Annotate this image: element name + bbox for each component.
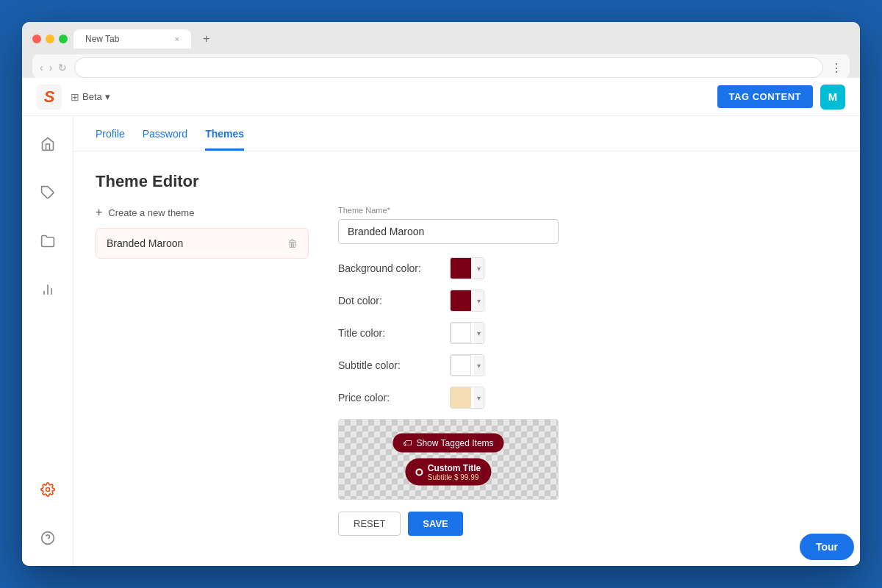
app-logo: S [37, 85, 62, 110]
tab-themes[interactable]: Themes [205, 128, 244, 151]
preview-tagged-label: Show Tagged Items [416, 438, 493, 448]
color-picker-subtitle[interactable]: ▾ [450, 354, 484, 376]
tabs-bar: Profile Password Themes [74, 116, 860, 151]
preview-product-title: Custom Title [428, 463, 481, 473]
action-buttons: RESET SAVE [338, 512, 838, 536]
tour-button[interactable]: Tour [800, 534, 854, 560]
color-row-subtitle: Subtitle color: ▾ [338, 354, 838, 376]
color-swatch-bg [451, 258, 471, 279]
theme-name-label: Theme Name* [338, 206, 838, 215]
color-row-dot: Dot color: ▾ [338, 290, 838, 312]
browser-chrome: New Tab × + ‹ › ↻ ⋮ [22, 22, 860, 78]
color-label-bg: Background color: [338, 262, 441, 274]
sidebar-item-analytics[interactable] [35, 276, 61, 303]
back-icon[interactable]: ‹ [40, 62, 43, 74]
tab-profile[interactable]: Profile [96, 128, 125, 151]
app-header: S ⊞ Beta ▾ TAG CONTENT M [22, 78, 860, 116]
traffic-light-green[interactable] [59, 35, 68, 43]
sidebar-item-folders[interactable] [35, 228, 61, 254]
theme-list-panel: + Create a new theme Branded Maroon 🗑 [96, 206, 309, 536]
address-bar: ‹ › ↻ ⋮ [32, 54, 850, 78]
color-picker-dot[interactable]: ▾ [450, 290, 484, 312]
preview-tagged-btn: 🏷 Show Tagged Items [392, 434, 503, 453]
theme-editor-body: + Create a new theme Branded Maroon 🗑 Th… [96, 206, 838, 536]
plus-icon: + [96, 206, 102, 219]
sidebar-item-tags[interactable] [35, 179, 61, 206]
tab-password[interactable]: Password [143, 128, 187, 151]
browser-menu-icon[interactable]: ⋮ [831, 61, 842, 75]
content-area: Profile Password Themes Theme Editor + C… [74, 116, 860, 566]
save-button[interactable]: SAVE [408, 512, 462, 536]
color-label-title: Title color: [338, 327, 441, 339]
browser-window: New Tab × + ‹ › ↻ ⋮ S ⊞ Beta [22, 22, 860, 566]
color-row-background: Background color: ▾ [338, 257, 838, 279]
svg-point-4 [46, 488, 49, 492]
theme-editor: Theme Editor + Create a new theme Brande… [74, 151, 860, 556]
user-avatar[interactable]: M [820, 85, 845, 110]
preview-tag-icon: 🏷 [403, 438, 412, 448]
delete-theme-icon[interactable]: 🗑 [287, 237, 298, 249]
browser-tab[interactable]: New Tab × [74, 29, 191, 49]
color-label-price: Price color: [338, 392, 441, 404]
beta-badge[interactable]: ⊞ Beta ▾ [71, 91, 110, 103]
color-dropdown-arrow-bg[interactable]: ▾ [474, 258, 484, 279]
tag-content-button[interactable]: TAG CONTENT [717, 85, 813, 108]
create-new-theme-button[interactable]: + Create a new theme [96, 206, 309, 219]
tab-close-icon[interactable]: × [175, 35, 179, 43]
color-dropdown-arrow-dot[interactable]: ▾ [474, 290, 484, 311]
theme-editor-title: Theme Editor [96, 172, 838, 191]
traffic-light-red[interactable] [32, 35, 41, 43]
theme-item-name: Branded Maroon [107, 237, 183, 249]
create-new-label: Create a new theme [108, 207, 194, 218]
preview-content: 🏷 Show Tagged Items Custom Title Subtitl… [392, 434, 503, 486]
color-row-price: Price color: ▾ [338, 387, 838, 409]
preview-dot [416, 468, 423, 476]
traffic-light-yellow[interactable] [46, 35, 54, 43]
sidebar [22, 116, 74, 566]
refresh-icon[interactable]: ↻ [58, 62, 67, 74]
sidebar-item-settings[interactable] [35, 476, 61, 503]
header-right: TAG CONTENT M [717, 85, 845, 110]
preview-product-subtitle: Subtitle $ 99.99 [428, 473, 481, 481]
color-swatch-price [451, 387, 471, 408]
color-dropdown-arrow-subtitle[interactable]: ▾ [474, 355, 484, 376]
preview-product-card: Custom Title Subtitle $ 99.99 [406, 459, 491, 486]
reset-button[interactable]: RESET [338, 512, 401, 536]
theme-list-item[interactable]: Branded Maroon 🗑 [96, 228, 309, 259]
url-input[interactable] [74, 57, 823, 78]
beta-label: Beta [82, 91, 102, 102]
traffic-lights [32, 35, 68, 43]
color-dropdown-arrow-price[interactable]: ▾ [474, 387, 484, 408]
color-picker-bg[interactable]: ▾ [450, 257, 484, 279]
color-swatch-dot [451, 290, 471, 311]
color-dropdown-arrow-title[interactable]: ▾ [474, 323, 484, 343]
theme-form-panel: Theme Name* Background color: ▾ [338, 206, 838, 536]
new-tab-button[interactable]: + [197, 29, 215, 49]
logo-letter: S [44, 87, 55, 107]
sidebar-item-home[interactable] [35, 131, 61, 157]
color-swatch-subtitle [451, 355, 471, 376]
nav-buttons: ‹ › ↻ [40, 62, 67, 74]
color-picker-price[interactable]: ▾ [450, 387, 484, 409]
color-row-title: Title color: ▾ [338, 322, 838, 344]
sidebar-item-help[interactable] [35, 525, 61, 551]
color-picker-title[interactable]: ▾ [450, 322, 484, 344]
theme-name-input[interactable] [338, 219, 559, 244]
app-container: S ⊞ Beta ▾ TAG CONTENT M [22, 78, 860, 566]
tab-title: New Tab [85, 34, 169, 44]
main-layout: Profile Password Themes Theme Editor + C… [22, 116, 860, 566]
forward-icon[interactable]: › [49, 62, 53, 74]
color-swatch-title [451, 323, 471, 343]
beta-dropdown-arrow: ▾ [105, 91, 110, 102]
color-label-dot: Dot color: [338, 295, 441, 306]
grid-icon: ⊞ [71, 91, 79, 103]
preview-product-info: Custom Title Subtitle $ 99.99 [428, 463, 481, 481]
color-label-subtitle: Subtitle color: [338, 359, 441, 371]
header-left: S ⊞ Beta ▾ [37, 85, 110, 110]
theme-preview: 🏷 Show Tagged Items Custom Title Subtitl… [338, 419, 559, 500]
